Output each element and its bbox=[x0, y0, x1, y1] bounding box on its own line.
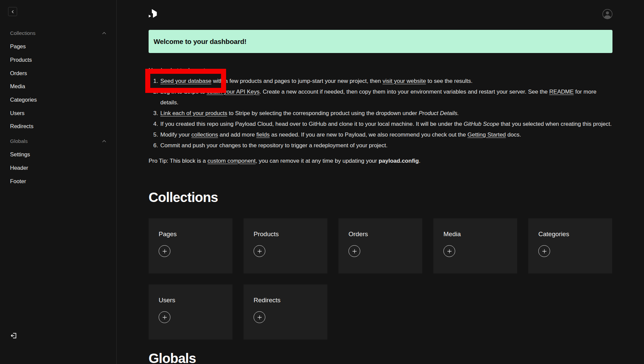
collapse-collections-button[interactable] bbox=[102, 32, 106, 35]
collection-card-categories[interactable]: Categories bbox=[528, 218, 612, 273]
welcome-banner: Welcome to your dashboard! bbox=[149, 30, 612, 53]
card-title: Orders bbox=[348, 230, 412, 238]
inline-link[interactable]: Seed your database bbox=[160, 78, 211, 84]
create-new-products-button[interactable] bbox=[254, 245, 265, 257]
sidebar-item-footer[interactable]: Footer bbox=[10, 174, 106, 188]
plus-icon bbox=[257, 315, 262, 320]
sidebar-group-collections: Collections PagesProductsOrdersMediaCate… bbox=[10, 27, 106, 133]
plus-icon bbox=[352, 249, 357, 254]
plus-icon bbox=[162, 249, 167, 254]
account-avatar-icon bbox=[602, 9, 612, 19]
create-new-orders-button[interactable] bbox=[348, 245, 360, 257]
create-new-categories-button[interactable] bbox=[538, 245, 550, 257]
inline-link[interactable]: Getting Started bbox=[468, 132, 506, 138]
create-new-users-button[interactable] bbox=[159, 311, 170, 323]
collections-card-grid: Pages Products Orders Media bbox=[149, 218, 612, 340]
sidebar-item-pages[interactable]: Pages bbox=[10, 40, 106, 53]
chevron-up-icon bbox=[102, 32, 106, 35]
globals-section-heading: Globals bbox=[149, 350, 612, 364]
sidebar-nav: Collections PagesProductsOrdersMediaCate… bbox=[0, 27, 116, 188]
inline-link[interactable]: custom component bbox=[207, 158, 256, 164]
card-title: Redirects bbox=[254, 297, 317, 304]
topbar bbox=[149, 0, 612, 19]
instruction-step: Link each of your products to Stripe by … bbox=[160, 108, 612, 119]
collection-card-pages[interactable]: Pages bbox=[149, 218, 232, 273]
group-label-globals: Globals bbox=[10, 138, 28, 144]
payload-dashboard: Collections PagesProductsOrdersMediaCate… bbox=[0, 0, 644, 364]
sidebar-item-products[interactable]: Products bbox=[10, 53, 106, 67]
group-header: Globals bbox=[10, 135, 106, 148]
create-new-redirects-button[interactable] bbox=[254, 311, 265, 323]
plus-icon bbox=[162, 315, 167, 320]
account-avatar-button[interactable] bbox=[602, 9, 612, 19]
plus-icon bbox=[257, 249, 262, 254]
inline-link[interactable]: Link each of your products bbox=[160, 110, 227, 116]
instructions-list: Seed your database with a few products a… bbox=[149, 76, 612, 151]
inline-link[interactable]: fields bbox=[256, 132, 270, 138]
card-title: Products bbox=[254, 230, 317, 238]
payload-logo-icon bbox=[149, 9, 157, 19]
instructions-intro: Here's what to do next: bbox=[149, 65, 612, 76]
plus-icon bbox=[542, 249, 547, 254]
collections-section-heading: Collections bbox=[149, 189, 612, 205]
sidebar-item-media[interactable]: Media bbox=[10, 80, 106, 93]
sidebar-item-users[interactable]: Users bbox=[10, 106, 106, 120]
plus-icon bbox=[447, 249, 452, 254]
inline-link[interactable]: README bbox=[549, 89, 574, 95]
chevron-up-icon bbox=[102, 140, 106, 143]
sidebar-item-redirects[interactable]: Redirects bbox=[10, 120, 106, 133]
card-title: Categories bbox=[538, 230, 602, 238]
sidebar: Collections PagesProductsOrdersMediaCate… bbox=[0, 0, 117, 364]
logout-button[interactable] bbox=[10, 332, 17, 339]
card-title: Pages bbox=[159, 230, 222, 238]
instruction-step: If you created this repo using Payload C… bbox=[160, 119, 612, 129]
sidebar-item-settings[interactable]: Settings bbox=[10, 148, 106, 161]
collection-card-products[interactable]: Products bbox=[244, 218, 327, 273]
payload-logo-link[interactable] bbox=[149, 9, 157, 19]
collection-card-users[interactable]: Users bbox=[149, 284, 232, 340]
collapse-globals-button[interactable] bbox=[102, 140, 106, 143]
inline-link[interactable]: collections bbox=[192, 132, 218, 138]
instruction-step: Commit and push your changes to the repo… bbox=[160, 140, 612, 151]
inline-link[interactable]: obtain your API Keys bbox=[207, 89, 260, 95]
collection-card-orders[interactable]: Orders bbox=[338, 218, 422, 273]
create-new-pages-button[interactable] bbox=[159, 245, 170, 257]
sidebar-item-orders[interactable]: Orders bbox=[10, 66, 106, 80]
collections-nav-items: PagesProductsOrdersMediaCategoriesUsersR… bbox=[10, 40, 106, 133]
group-label-collections: Collections bbox=[10, 30, 36, 36]
collection-card-media[interactable]: Media bbox=[433, 218, 517, 273]
group-header: Collections bbox=[10, 27, 106, 40]
instruction-step: Modify your collections and add more fie… bbox=[160, 129, 612, 140]
welcome-banner-title: Welcome to your dashboard! bbox=[154, 38, 247, 46]
globals-nav-items: SettingsHeaderFooter bbox=[10, 148, 106, 188]
chevron-left-icon bbox=[11, 10, 14, 14]
sidebar-collapse-button[interactable] bbox=[8, 7, 17, 16]
sidebar-group-globals: Globals SettingsHeaderFooter bbox=[10, 135, 106, 188]
instruction-step: Seed your database with a few products a… bbox=[160, 76, 612, 87]
card-title: Media bbox=[443, 230, 507, 238]
instruction-step: Log in to Stripe to obtain your API Keys… bbox=[160, 87, 612, 108]
logout-icon bbox=[10, 332, 17, 339]
sidebar-item-categories[interactable]: Categories bbox=[10, 93, 106, 107]
main-content: Welcome to your dashboard! Here's what t… bbox=[117, 0, 644, 364]
card-title: Users bbox=[159, 297, 222, 304]
sidebar-item-header[interactable]: Header bbox=[10, 161, 106, 175]
inline-link[interactable]: visit your website bbox=[382, 78, 426, 84]
pro-tip: Pro Tip: This block is a custom componen… bbox=[149, 156, 612, 166]
collection-card-redirects[interactable]: Redirects bbox=[244, 284, 327, 340]
create-new-media-button[interactable] bbox=[443, 245, 455, 257]
